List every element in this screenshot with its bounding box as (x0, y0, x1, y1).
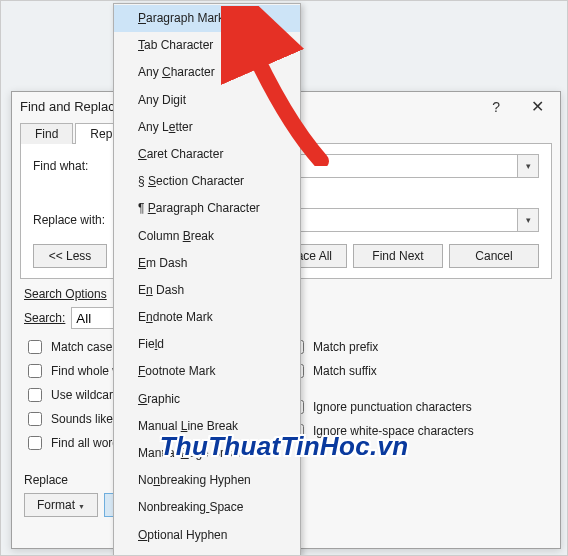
less-button[interactable]: << Less (33, 244, 107, 268)
find-what-label: Find what: (33, 159, 113, 173)
tab-find[interactable]: Find (20, 123, 73, 144)
help-button[interactable]: ? (482, 92, 510, 122)
special-menu-item[interactable]: Tab Character (114, 32, 300, 59)
replace-with-label: Replace with: (33, 213, 113, 227)
replace-dropdown-button[interactable]: ▾ (517, 209, 538, 231)
special-menu-item[interactable]: Optional Hyphen (114, 522, 300, 549)
special-menu-item[interactable]: Em Dash (114, 250, 300, 277)
special-menu-item[interactable]: Any Character (114, 59, 300, 86)
match-case-checkbox[interactable] (28, 340, 42, 354)
close-button[interactable]: ✕ (521, 92, 554, 122)
format-button[interactable]: Format▼ (24, 493, 98, 517)
special-menu-item[interactable]: Column Break (114, 223, 300, 250)
special-menu-item[interactable]: Any Letter (114, 114, 300, 141)
special-menu-item[interactable]: Any Digit (114, 87, 300, 114)
whole-words-checkbox[interactable] (28, 364, 42, 378)
watermark: ThuThuatTinHoc.vn (160, 431, 409, 462)
chevron-down-icon: ▾ (526, 215, 531, 225)
special-menu-item[interactable]: Nonbreaking Hyphen (114, 467, 300, 494)
chevron-down-icon: ▾ (526, 161, 531, 171)
special-menu-item[interactable]: Field (114, 331, 300, 358)
special-menu-item[interactable]: Nonbreaking Space (114, 494, 300, 521)
find-next-button[interactable]: Find Next (353, 244, 443, 268)
dialog-title: Find and Replace (20, 99, 122, 114)
special-menu-item[interactable]: Endnote Mark (114, 304, 300, 331)
special-menu-item[interactable]: § Section Character (114, 168, 300, 195)
wildcards-checkbox[interactable] (28, 388, 42, 402)
special-menu: Paragraph MarkTab CharacterAny Character… (113, 3, 301, 556)
special-menu-item[interactable]: Footnote Mark (114, 358, 300, 385)
cancel-button[interactable]: Cancel (449, 244, 539, 268)
word-forms-checkbox[interactable] (28, 436, 42, 450)
match-prefix-label: Match prefix (313, 340, 378, 354)
special-menu-item[interactable]: Graphic (114, 386, 300, 413)
sounds-like-checkbox[interactable] (28, 412, 42, 426)
find-dropdown-button[interactable]: ▾ (517, 155, 538, 177)
ignore-punct-label: Ignore punctuation characters (313, 400, 472, 414)
search-direction-label: Search: (24, 311, 65, 325)
match-suffix-label: Match suffix (313, 364, 377, 378)
special-menu-item[interactable]: En Dash (114, 277, 300, 304)
special-menu-item[interactable]: Paragraph Mark (114, 5, 300, 32)
special-menu-item[interactable]: ¶ Paragraph Character (114, 195, 300, 222)
chevron-down-icon: ▼ (78, 503, 85, 510)
special-menu-item[interactable]: Caret Character (114, 141, 300, 168)
special-menu-item[interactable]: Section Break (114, 549, 300, 556)
match-case-label: Match case (51, 340, 112, 354)
